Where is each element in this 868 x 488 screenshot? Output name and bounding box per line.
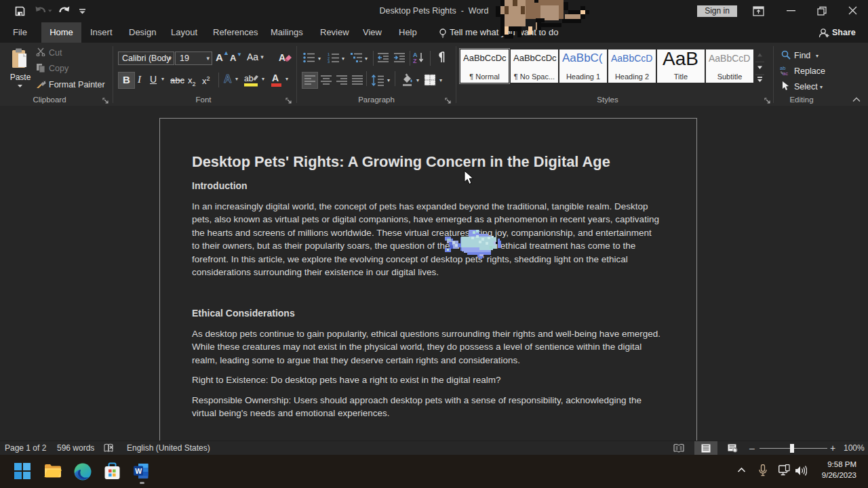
svg-text:3: 3	[328, 60, 330, 63]
svg-text:ac: ac	[783, 70, 788, 76]
svg-text:ab: ab	[244, 74, 254, 83]
svg-text:A: A	[279, 52, 285, 63]
svg-text:W: W	[135, 467, 142, 475]
svg-text:Z: Z	[413, 58, 417, 64]
